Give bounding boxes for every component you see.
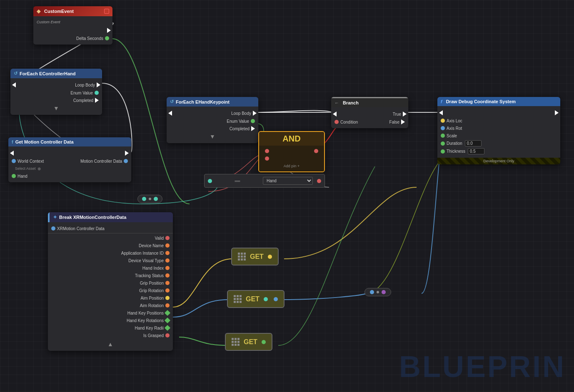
break-xr-node: ✦ Break XRMotionControllerData XRMotion …: [48, 212, 173, 351]
blueprint-watermark: BLUEPRIN: [399, 350, 566, 384]
completed-kp-label: Completed: [230, 127, 250, 131]
tracking-status-label: Tracking Status: [135, 273, 164, 278]
get-label-2: GET: [246, 295, 260, 303]
completed-kp-exec: [251, 126, 255, 131]
add-pin-label[interactable]: Add pin +: [284, 164, 299, 168]
condition-label: Condition: [340, 120, 358, 124]
aim-position-pin: [165, 296, 170, 300]
hand-key-radii-pin: [165, 325, 170, 331]
expand-icon[interactable]: ▼: [53, 105, 59, 112]
exec-in-hand: [12, 82, 16, 87]
get-grid-icon-2: [234, 295, 242, 303]
custom-event-subtitle: Custom Event: [37, 20, 60, 24]
reroute-node-2: [364, 288, 391, 296]
loop-body-kp-label: Loop Body: [231, 111, 251, 116]
exec-in-branch: [333, 112, 337, 117]
get-in-pin-2: [264, 297, 268, 301]
enum-value-label: Enum Value: [70, 91, 93, 95]
select-asset-icon: ⊕: [37, 166, 41, 171]
hand-index-label: Hand Index: [142, 266, 164, 270]
loop-body-exec-pin: [97, 82, 100, 87]
exec-in-keypoint: [168, 111, 172, 116]
device-visual-pin: [165, 258, 170, 263]
hand-pin: [12, 174, 16, 178]
get-motion-title: Get Motion Controller Data: [15, 139, 74, 144]
false-exec-pin: [401, 119, 405, 124]
arrow-left-icon: ←: [334, 100, 339, 105]
custom-event-node: ◆ CustomEvent Custom Event Delta Seconds: [33, 6, 112, 45]
world-context-label: World Context: [17, 159, 44, 164]
axis-loc-pin: [441, 119, 445, 123]
break-icon: ✦: [53, 214, 57, 220]
duration-pin: [441, 141, 445, 146]
thickness-label: Thickness: [447, 149, 465, 154]
reroute2-mid-dot: [377, 291, 379, 293]
loop-body-kp-exec: [253, 111, 257, 116]
break-xr-title: Break XRMotionControllerData: [59, 215, 126, 220]
grip-position-label: Grip Position: [140, 281, 164, 285]
aim-rotation-label: Aim Rotation: [140, 303, 164, 308]
axis-loc-label: Axis Loc: [447, 119, 462, 123]
device-visual-label: Device Visual Type: [128, 258, 164, 263]
branch-node: ← Branch True Condition False: [331, 97, 408, 128]
equals-operator: ══: [215, 179, 260, 183]
and-in-pin-1: [265, 149, 269, 153]
get-motion-controller-data-node: f Get Motion Controller Data World Conte…: [8, 137, 131, 182]
enum-value-kp-label: Enum Value: [227, 119, 249, 124]
motion-data-label: Motion Controller Data: [80, 159, 122, 164]
expand-break-icon[interactable]: ▲: [107, 341, 113, 347]
grip-position-pin: [165, 281, 170, 285]
and-in-pin-2: [265, 156, 269, 161]
hand-dropdown[interactable]: Hand: [263, 177, 313, 185]
axis-rot-pin: [441, 126, 445, 130]
true-label: True: [393, 112, 401, 117]
hand-index-pin: [165, 266, 170, 270]
exec-in-motion: [10, 151, 14, 156]
aim-rotation-pin: [165, 303, 170, 308]
get-out-pin-2: [274, 297, 278, 301]
exec-out-motion: [125, 151, 129, 156]
reroute2-in-pin: [370, 290, 374, 294]
thickness-input[interactable]: [468, 148, 484, 154]
branch-title: Branch: [343, 100, 359, 105]
false-label: False: [389, 120, 399, 124]
hand-compare-node: ══ Hand: [204, 174, 325, 188]
get-node-1: GET: [231, 248, 279, 265]
draw-debug-title: Draw Debug Coordinate System: [446, 99, 516, 104]
get-label-3: GET: [244, 338, 257, 346]
expand-kp-icon[interactable]: ▼: [210, 133, 215, 140]
get-node-2: GET: [227, 290, 285, 308]
completed-exec-pin: [95, 98, 99, 103]
enum-value-kp-pin: [251, 119, 255, 123]
enum-value-pin: [95, 91, 99, 95]
delta-seconds-pin: [105, 36, 109, 40]
hand-label: Hand: [17, 174, 27, 179]
exec-out-draw: [555, 110, 559, 115]
and-out-pin: [314, 149, 318, 153]
hand-key-pos-label: Hand Key Positions: [127, 311, 164, 315]
is-grasped-pin: [165, 333, 170, 337]
exec-out-icon: [107, 28, 111, 33]
foreach-econtrollerhand-node: ↺ ForEach EControllerHand Loop Body Enum…: [10, 69, 102, 115]
duration-label: Duration: [447, 141, 462, 146]
thickness-pin: [441, 149, 445, 154]
device-name-pin: [165, 243, 170, 248]
duration-input[interactable]: [465, 140, 482, 146]
scale-pin: [441, 134, 445, 138]
foreach-hand-title: ForEach EControllerHand: [20, 71, 75, 76]
valid-label: Valid: [155, 236, 164, 241]
hand-compare-left-pin: [208, 179, 212, 183]
hand-key-pos-pin: [165, 310, 170, 316]
get-node-3: GET: [225, 333, 272, 351]
hand-compare-out-pin: [317, 179, 321, 183]
get-out-pin-3: [262, 340, 266, 344]
exec-in-draw: [439, 110, 443, 115]
get-out-pin-1: [268, 255, 272, 259]
hand-key-rot-label: Hand Key Rotations: [127, 318, 164, 323]
and-label: AND: [282, 134, 300, 144]
condition-pin: [334, 120, 339, 124]
completed-label: Completed: [73, 98, 93, 103]
get-grid-icon-3: [232, 338, 240, 346]
f-icon: f: [441, 99, 442, 104]
scale-label: Scale: [447, 134, 457, 138]
